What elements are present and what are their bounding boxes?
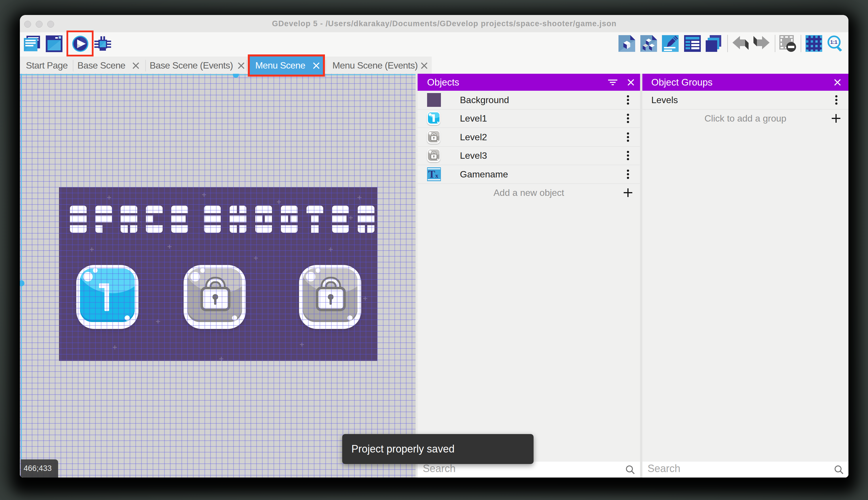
svg-text:1:1: 1:1 <box>830 39 837 45</box>
